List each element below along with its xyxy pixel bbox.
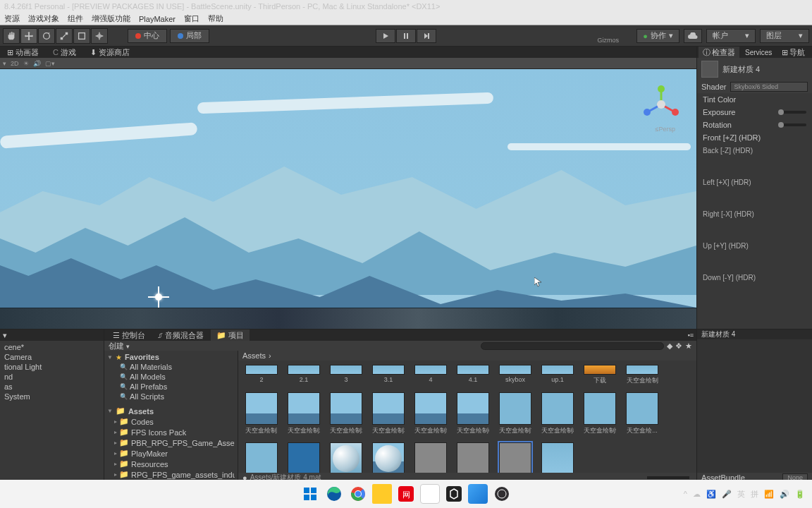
folder-item[interactable]: ▸📁PlayMaker xyxy=(107,448,235,459)
fav-scripts[interactable]: 🔍All Scripts xyxy=(107,392,235,401)
asset-item[interactable]: 天空盒绘制3 xyxy=(372,392,405,435)
ime-mode[interactable]: 拼 xyxy=(751,489,758,500)
assets-root[interactable]: ▼📁Assets xyxy=(107,406,235,416)
filter-icon[interactable]: ◆ xyxy=(667,341,672,351)
tab-animator[interactable]: ⊞动画器 xyxy=(3,47,43,58)
up-slot[interactable]: Up [+Y] (HDR) xyxy=(697,239,812,271)
asset-item[interactable]: 天空盒绘制 xyxy=(626,365,658,385)
tray-mic-icon[interactable]: 🎤 xyxy=(722,490,732,499)
asset-item[interactable]: up.1 xyxy=(541,365,574,385)
gizmos-dropdown[interactable]: Gizmos xyxy=(597,37,619,44)
favorites-root[interactable]: ▼★Favorites xyxy=(107,352,235,362)
asset-item[interactable]: 新建材质 1 xyxy=(372,442,405,473)
netease-icon[interactable]: 网 xyxy=(396,484,416,504)
mode-2d-toggle[interactable]: 2D xyxy=(11,60,19,67)
menu-help[interactable]: 帮助 xyxy=(208,13,223,24)
tab-mixer[interactable]: ⎎音频混合器 xyxy=(152,329,209,341)
hierarchy-item[interactable]: nd xyxy=(3,372,101,382)
rotation-slider[interactable] xyxy=(778,123,806,126)
pause-button[interactable] xyxy=(396,29,416,43)
asset-item[interactable]: 3 xyxy=(330,365,362,385)
asset-item[interactable]: 天空盒绘制6 xyxy=(457,392,489,435)
left-slot[interactable]: Left [+X] (HDR) xyxy=(697,176,812,207)
tray-battery-icon[interactable]: 🔋 xyxy=(795,490,805,499)
asset-item[interactable]: 天空盒绘制9 xyxy=(584,392,616,435)
audio-toggle[interactable]: 🔊 xyxy=(33,60,41,67)
menu-component[interactable]: 组件 xyxy=(68,13,83,24)
chrome-icon[interactable] xyxy=(348,484,368,504)
rotate-tool[interactable] xyxy=(38,28,55,44)
folder-item[interactable]: ▸📁RPG_FPS_game_assets_industri xyxy=(107,469,235,480)
rotation-row[interactable]: Rotation xyxy=(697,119,812,131)
fav-models[interactable]: 🔍All Models xyxy=(107,372,235,382)
scale-tool[interactable] xyxy=(56,28,73,44)
menu-enhanced[interactable]: 增强版功能 xyxy=(92,13,130,24)
tab-services[interactable]: Services xyxy=(741,48,776,57)
hand-tool[interactable] xyxy=(3,28,20,44)
directional-light-gizmo[interactable] xyxy=(148,286,169,308)
shaded-dropdown[interactable]: ▾ xyxy=(3,60,6,67)
tray-accessibility-icon[interactable]: ♿ xyxy=(706,490,716,499)
tray-cloud-icon[interactable]: ☁ xyxy=(693,490,701,499)
folder-item[interactable]: ▸📁FPS Icons Pack xyxy=(107,427,235,437)
unity-icon[interactable] xyxy=(444,484,464,504)
pivot-local-button[interactable]: 局部 xyxy=(170,29,209,43)
asset-item[interactable]: 2.1 xyxy=(288,365,320,385)
asset-item[interactable]: 4.1 xyxy=(457,365,489,385)
asset-item[interactable]: 下载 xyxy=(584,365,616,385)
asset-item[interactable]: 顶 xyxy=(541,442,574,473)
scene-viewport[interactable]: ≤Persp xyxy=(0,69,696,329)
app-icon[interactable] xyxy=(420,484,440,504)
explorer-icon[interactable] xyxy=(372,484,392,504)
breadcrumb[interactable]: Assets› xyxy=(238,351,696,361)
cloud-button[interactable] xyxy=(684,29,702,43)
asset-item[interactable]: 2 xyxy=(245,365,278,385)
hierarchy-item[interactable]: tional Light xyxy=(3,362,101,372)
pivot-center-button[interactable]: 中心 xyxy=(128,29,167,43)
transform-tool[interactable] xyxy=(91,28,108,44)
collab-dropdown[interactable]: ●协作▾ xyxy=(636,29,679,43)
asset-item[interactable]: 新建材质 3 xyxy=(457,442,489,473)
asset-item[interactable]: 新建材质 4 xyxy=(499,442,531,473)
ime-lang[interactable]: 英 xyxy=(737,489,745,500)
asset-item[interactable]: 天空盒绘制8 xyxy=(541,392,574,435)
fx-toggle[interactable]: ▢▾ xyxy=(45,60,55,67)
start-button[interactable] xyxy=(300,484,320,504)
menu-assets[interactable]: 资源 xyxy=(4,13,20,24)
asset-item[interactable]: skybox xyxy=(499,365,531,385)
tab-inspector[interactable]: ⓘ检查器 xyxy=(699,47,739,59)
asset-item[interactable]: 天空盒绘制5 xyxy=(414,392,447,435)
asset-item[interactable]: 新建材质 xyxy=(330,442,362,473)
tint-color-row[interactable]: Tint Color xyxy=(697,93,812,106)
tab-project[interactable]: 📁项目 xyxy=(211,329,250,341)
search-input[interactable] xyxy=(481,342,664,350)
asset-item[interactable]: 蓝 xyxy=(288,442,320,473)
asset-item[interactable]: 3.1 xyxy=(372,365,405,385)
back-slot[interactable]: Back [-Z] (HDR) xyxy=(697,144,812,176)
obs-icon[interactable] xyxy=(492,484,512,504)
perspective-label[interactable]: ≤Persp xyxy=(656,126,675,133)
asset-item[interactable]: 天空盒绘... xyxy=(626,392,658,435)
image-app-icon[interactable] xyxy=(468,484,488,504)
menu-gameobject[interactable]: 游戏对象 xyxy=(28,13,59,24)
hierarchy-item[interactable]: System xyxy=(3,392,101,401)
asset-item[interactable]: 天空盒绘制2 xyxy=(330,392,362,435)
orientation-gizmo[interactable] xyxy=(640,83,682,126)
tray-volume-icon[interactable]: 🔊 xyxy=(780,490,789,499)
create-dropdown[interactable]: 创建 ▾ xyxy=(109,341,130,351)
tab-game[interactable]: C游戏 xyxy=(49,47,80,58)
star-filter-icon[interactable]: ★ xyxy=(685,341,692,351)
tab-store[interactable]: ⬇资源商店 xyxy=(86,47,134,58)
asset-item[interactable]: 天空盒绘制 1 xyxy=(245,392,278,435)
shader-dropdown[interactable]: Skybox/6 Sided xyxy=(730,82,808,92)
menu-window[interactable]: 窗口 xyxy=(184,13,199,24)
tray-wifi-icon[interactable]: 📶 xyxy=(764,490,774,499)
hierarchy-item[interactable]: Camera xyxy=(3,352,101,362)
edge-icon[interactable] xyxy=(324,484,344,504)
folder-item[interactable]: ▸📁Codes xyxy=(107,416,235,427)
scene-node[interactable]: cene* xyxy=(3,342,101,352)
layers-dropdown[interactable]: 图层▾ xyxy=(760,29,809,43)
asset-item[interactable]: 天空盒绘制2 xyxy=(288,392,320,435)
move-tool[interactable] xyxy=(20,28,37,44)
asset-item[interactable]: 新建材质 2 xyxy=(414,442,447,473)
